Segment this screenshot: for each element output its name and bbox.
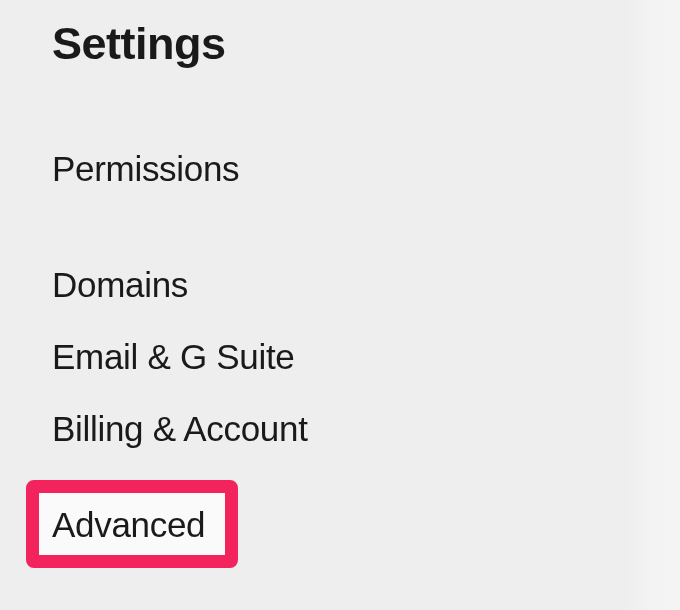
nav-billing-account[interactable]: Billing & Account <box>52 408 625 450</box>
nav-email-gsuite[interactable]: Email & G Suite <box>52 336 625 378</box>
nav-permissions[interactable]: Permissions <box>52 148 625 190</box>
nav-domains[interactable]: Domains <box>52 264 625 306</box>
page-title: Settings <box>52 18 625 70</box>
panel-edge <box>625 0 680 610</box>
nav-advanced[interactable]: Advanced <box>52 504 205 546</box>
